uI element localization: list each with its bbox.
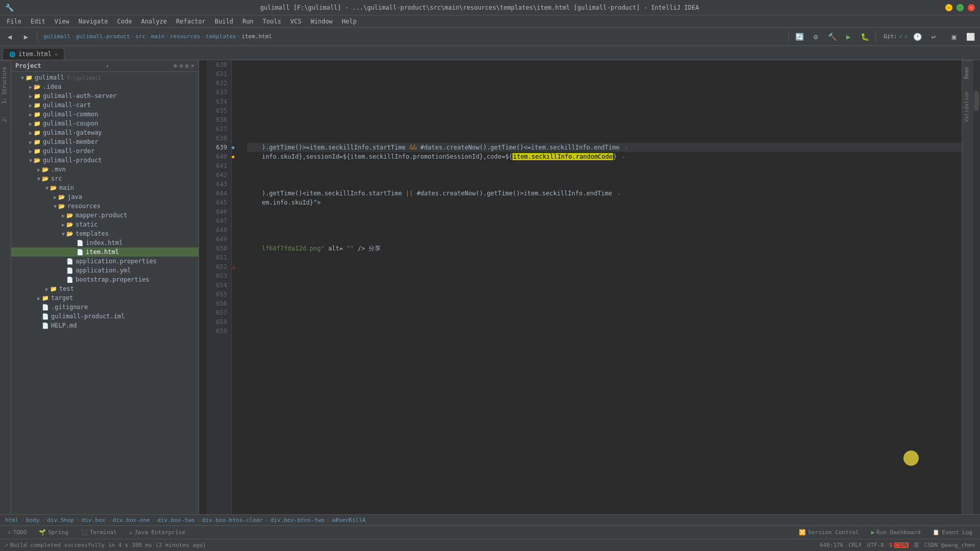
bc-divboxone[interactable]: div.box-one bbox=[113, 517, 150, 523]
line-ending-item[interactable]: CRLF bbox=[848, 542, 862, 548]
tree-mvn[interactable]: ▶ 📂 .mvn bbox=[11, 165, 199, 174]
menu-vcs[interactable]: VCS bbox=[286, 17, 306, 26]
run-button[interactable]: ▶ bbox=[841, 30, 855, 44]
build-button[interactable]: 🔨 bbox=[825, 30, 839, 44]
tree-cart[interactable]: ▶ 📁 gulimall-cart bbox=[11, 101, 199, 110]
tree-root[interactable]: ▼ 📁 gulimall F:\gulimall bbox=[11, 73, 199, 82]
scroll-thumb[interactable] bbox=[974, 91, 979, 111]
breadcrumb-item-html[interactable]: item.html bbox=[241, 33, 272, 40]
menu-refactor[interactable]: Refactor bbox=[172, 17, 210, 26]
tree-static[interactable]: ▶ 📂 static bbox=[11, 220, 199, 229]
maximize-button[interactable]: □ bbox=[957, 4, 964, 11]
code-content[interactable]: ).getTime()>=item.seckillInfo.startTime … bbox=[242, 60, 973, 514]
layout-btn[interactable]: ▣ bbox=[947, 30, 961, 44]
menu-tools[interactable]: Tools bbox=[259, 17, 285, 26]
sync-button[interactable]: 🔄 bbox=[792, 30, 806, 44]
settings-icon[interactable]: ⚙ bbox=[185, 62, 189, 69]
tree-test[interactable]: ▶ 📁 test bbox=[11, 284, 199, 293]
menu-code[interactable]: Code bbox=[113, 17, 136, 26]
tree-product-iml[interactable]: ▶ 📄 gulimall-product.iml bbox=[11, 312, 199, 321]
bc-divshop[interactable]: div.Shop bbox=[47, 517, 74, 523]
menu-view[interactable]: View bbox=[51, 17, 74, 26]
menu-navigate[interactable]: Navigate bbox=[75, 17, 112, 26]
validation-tab[interactable]: Validation bbox=[962, 85, 973, 128]
breadcrumb-product[interactable]: gulimall-product bbox=[76, 33, 130, 40]
breadcrumb-gulimall[interactable]: gulimall bbox=[43, 33, 70, 40]
tree-order[interactable]: ▶ 📁 gulimall-order bbox=[11, 146, 199, 156]
tree-auth[interactable]: ▶ 📁 gulimall-auth-server bbox=[11, 91, 199, 101]
debug-button[interactable]: 🐛 bbox=[857, 30, 872, 44]
git-checkmark[interactable]: ✓ bbox=[899, 33, 903, 40]
tree-index-html[interactable]: ▶ 📄 index.html bbox=[11, 238, 199, 247]
bc-divboxbtnstwo[interactable]: div.box-btns-two bbox=[271, 517, 325, 523]
breadcrumb-src[interactable]: src bbox=[135, 33, 145, 40]
position-item[interactable]: 640:176 bbox=[820, 542, 843, 548]
bc-divboxtwo[interactable]: div.box-two bbox=[157, 517, 194, 523]
close-button[interactable]: × bbox=[968, 4, 975, 11]
tree-common[interactable]: ▶ 📁 gulimall-common bbox=[11, 110, 199, 119]
git-history[interactable]: 🕐 bbox=[910, 30, 924, 44]
bc-divboxbtnsclear[interactable]: div.box-btns-clear bbox=[202, 517, 263, 523]
menu-edit[interactable]: Edit bbox=[27, 17, 50, 26]
tree-main[interactable]: ▼ 📂 main bbox=[11, 183, 199, 192]
back-button[interactable]: ◀ bbox=[3, 30, 17, 44]
bc-body[interactable]: body bbox=[26, 517, 40, 523]
todo-tab[interactable]: ✓ TODO bbox=[3, 528, 32, 537]
bc-divbox[interactable]: div.box bbox=[82, 517, 105, 523]
menu-run[interactable]: Run bbox=[238, 17, 258, 26]
event-log-tab[interactable]: 📋 Event Log bbox=[927, 528, 977, 537]
tree-resources[interactable]: ▼ 📂 resources bbox=[11, 202, 199, 211]
tree-item-html[interactable]: ▶ 📄 item.html bbox=[11, 247, 199, 257]
git-checkmark2[interactable]: ✓ bbox=[904, 33, 908, 40]
version-control-tab[interactable]: 🔀 Version Control bbox=[794, 528, 864, 537]
code-editor[interactable]: 630 631 632 633 634 635 636 637 638 639 … bbox=[199, 60, 980, 514]
tree-bootstrap-props[interactable]: ▶ 📄 bootstrap.properties bbox=[11, 275, 199, 284]
lang-en[interactable]: 英 bbox=[914, 541, 919, 549]
java-enterprise-tab[interactable]: ☕ Java Enterprise bbox=[124, 528, 190, 537]
terminal-tab[interactable]: ⬛ Terminal bbox=[76, 528, 122, 537]
tree-templates[interactable]: ▼ 📂 templates bbox=[11, 229, 199, 238]
tree-src[interactable]: ▼ 📂 src bbox=[11, 174, 199, 183]
settings-button[interactable]: ⚙ bbox=[808, 30, 823, 44]
tree-idea[interactable]: ▶ 📂 .idea bbox=[11, 82, 199, 91]
git-revert[interactable]: ↩ bbox=[926, 30, 941, 44]
minimize-button[interactable]: − bbox=[945, 4, 952, 11]
layout-btn2[interactable]: ⬜ bbox=[963, 30, 977, 44]
tree-product[interactable]: ▼ 📂 gulimall-product bbox=[11, 156, 199, 165]
structure-tab[interactable]: 1: Structure bbox=[0, 60, 11, 110]
locate-icon[interactable]: ⊕ bbox=[174, 62, 177, 69]
breadcrumb-main[interactable]: main bbox=[151, 33, 165, 40]
breadcrumb-resources[interactable]: resources bbox=[170, 33, 201, 40]
menu-help[interactable]: Help bbox=[338, 17, 361, 26]
bc-html[interactable]: html bbox=[5, 517, 19, 523]
tree-member[interactable]: ▶ 📁 gulimall-member bbox=[11, 137, 199, 146]
tree-coupon[interactable]: ▶ 📁 gulimall-coupon bbox=[11, 119, 199, 128]
tab-item-html[interactable]: 🌐 item.html × bbox=[3, 48, 64, 60]
tree-target[interactable]: ▶ 📁 target bbox=[11, 293, 199, 303]
forward-button[interactable]: ▶ bbox=[19, 30, 33, 44]
project-dropdown-arrow[interactable]: ▾ bbox=[106, 63, 109, 69]
close-panel-icon[interactable]: × bbox=[191, 62, 194, 69]
breadcrumb-templates[interactable]: templates bbox=[206, 33, 236, 40]
encoding-item[interactable]: UTF-8 bbox=[867, 542, 884, 548]
ln-639: 639 bbox=[206, 143, 227, 152]
tree-app-yml[interactable]: ▶ 📄 application.yml bbox=[11, 266, 199, 275]
tree-gateway[interactable]: ▶ 📁 gulimall-gateway bbox=[11, 128, 199, 137]
bean-tab[interactable]: Bean bbox=[962, 60, 973, 85]
collapse-icon[interactable]: ≡ bbox=[179, 62, 183, 69]
right-scrollbar[interactable] bbox=[973, 60, 980, 514]
menu-build[interactable]: Build bbox=[211, 17, 237, 26]
menu-file[interactable]: File bbox=[3, 17, 26, 26]
spring-tab[interactable]: 🌱 Spring bbox=[34, 528, 74, 537]
menu-analyze[interactable]: Analyze bbox=[137, 17, 171, 26]
side-tab-2[interactable]: 2: bbox=[0, 110, 11, 128]
run-dashboard-tab[interactable]: ▶ Run Dashboard bbox=[866, 528, 926, 537]
bc-aseckilla[interactable]: a#secKillA bbox=[332, 517, 365, 523]
tree-java[interactable]: ▶ 📂 java bbox=[11, 192, 199, 202]
tab-close-button[interactable]: × bbox=[55, 52, 58, 57]
tree-mapper[interactable]: ▶ 📂 mapper.product bbox=[11, 211, 199, 220]
tree-help-md[interactable]: ▶ 📄 HELP.md bbox=[11, 321, 199, 330]
tree-app-props[interactable]: ▶ 📄 application.properties bbox=[11, 257, 199, 266]
tree-gitignore[interactable]: ▶ 📄 .gitignore bbox=[11, 303, 199, 312]
menu-window[interactable]: Window bbox=[306, 17, 336, 26]
